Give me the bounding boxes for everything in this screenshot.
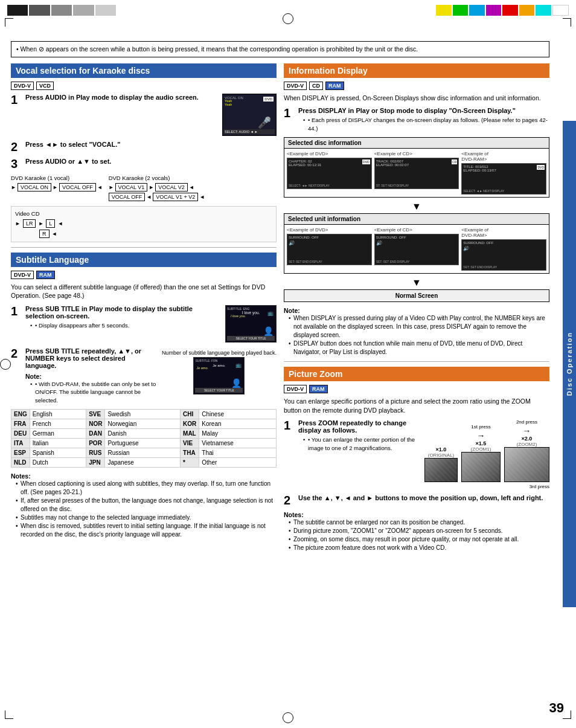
subtitle-thought2: Je amo.	[196, 366, 208, 370]
lang-name-dutch: Dutch	[30, 457, 86, 467]
top-color-bars	[7, 5, 569, 16]
color-block-4	[73, 5, 94, 16]
zoom-notes: Notes: The subtitle cannot be enlarged n…	[284, 511, 549, 552]
lang-code-por: POR	[86, 438, 105, 448]
zoom1-image	[424, 458, 458, 482]
info-display-intro: When DISPLAY is pressed, On-Screen Displ…	[284, 94, 549, 103]
vocal-badge-row: DVD-V VCD	[11, 82, 277, 90]
lang-code-eng: ENG	[11, 409, 30, 419]
zoom-step1: 1 Press ZOOM repeatedly to change displa…	[284, 419, 549, 489]
corner-bl	[5, 710, 13, 719]
zoom-badge-dvdv: DVD-V	[284, 385, 307, 393]
disc-ex-dvd: <Example of DVD> CHAPTER: 02 ELAPSED: 00…	[287, 151, 372, 189]
lang-name-russian: Russian	[105, 448, 181, 457]
lang-name-thai: Thai	[199, 448, 277, 457]
vocal-step3: 3 Press AUDIO or ▲▼ to set.	[11, 158, 277, 170]
unit-cd-bottom: SET: SET END:DISPLAY	[376, 260, 458, 263]
side-tab-container: Disc Operation	[563, 121, 576, 607]
zoom-step2: 2 Use the ▲, ▼, ◄ and ► buttons to move …	[284, 494, 549, 506]
vocal-off-btn: VOCAL OFF	[59, 183, 96, 192]
vcd-lr-btn: LR	[23, 219, 36, 228]
info-note-2: DISPLAY button does not function while m…	[289, 340, 549, 356]
lang-name-german: German	[30, 428, 86, 438]
subtitle-step2: 2 Press SUB TITLE repeatedly, ▲▼, or NUM…	[11, 347, 277, 404]
disc-ex-dvdram-label: <Example ofDVD-RAM>	[461, 151, 546, 162]
zoom-step1-text: Press ZOOM repeatedly to change display …	[298, 419, 420, 452]
subtitle-number-label: Number of subtitle language being played…	[162, 350, 277, 357]
disc-ex-cd-label: <Example of CD>	[374, 151, 459, 156]
zoom-note-2: During picture zoom, "ZOOM1" or "ZOOM2" …	[289, 527, 549, 535]
subtitle-footer-note-1: When closed captioning is used along wit…	[16, 480, 277, 497]
lang-code-mal: MAL	[181, 428, 199, 438]
two-column-layout: Vocal selection for Karaoke discs DVD-V …	[11, 63, 549, 553]
zoom-step1-bold: Press ZOOM repeatedly to change display …	[298, 419, 406, 434]
subtitle-footer-note-4: When disc is removed, subtitles revert t…	[16, 522, 277, 539]
color-block-blue	[469, 5, 485, 16]
selected-disc-box: Selected disc information <Example of DV…	[284, 137, 549, 198]
unit-ex-dvdram-label: <Example ofDVD-RAM>	[461, 227, 546, 238]
subtitle-footer-notes-title: Notes:	[11, 472, 277, 480]
zoom-step1-layout: Press ZOOM repeatedly to change display …	[298, 419, 549, 489]
zoom-1to2: 1st press → ×1.5 (ZOOM1)	[461, 424, 501, 482]
vcd-rows: ► LR ► L ◄ R ◄	[15, 219, 272, 238]
vocal-step2-text: Press ◄► to select "VOCAL."	[25, 141, 121, 148]
info-display-title: Information Display	[289, 66, 368, 76]
vocal-step2-content: Press ◄► to select "VOCAL."	[25, 141, 277, 148]
color-block-5	[95, 5, 116, 16]
color-block-white	[552, 5, 569, 16]
corner-tr	[563, 18, 571, 27]
unit-dvd-line1: SURROUND: OFF	[289, 236, 370, 239]
disc-cd-logo: CD	[452, 159, 457, 164]
vcd-r-btn: R	[39, 230, 50, 238]
zoom-intro: You can enlarge specific portions of a p…	[284, 397, 549, 414]
vocal-step3-text: Press AUDIO or ▲▼ to set.	[25, 158, 111, 165]
lang-name-norwegian: Norwegian	[105, 419, 181, 428]
circle-left	[0, 359, 11, 370]
subtitle-screen1: SUBTITLE: ENG I love you. 📺 👤 I love you…	[225, 305, 277, 343]
info-note-title: Note:	[284, 307, 549, 314]
top-bar-left	[7, 5, 116, 16]
info-display-badge-row: DVD-V CD RAM	[284, 82, 549, 90]
info-step1-num: 1	[284, 107, 293, 119]
zoom-step1-num: 1	[284, 419, 293, 431]
person-icon-vocal: 🎤	[258, 116, 271, 129]
disc-cd-screen: TRACK: 002/007 ELAPSED: 00:02:07 CD ST: …	[374, 158, 459, 189]
vocal-v2-btn: VOCAL V2	[155, 183, 188, 192]
vocal-step3-content: Press AUDIO or ▲▼ to set.	[25, 158, 277, 165]
info-step1-bold: Press DISPLAY in Play or Stop mode to di…	[298, 107, 516, 114]
subtitle-step2-note-area: Note: • With DVD-RAM, the subtitle can o…	[25, 373, 158, 404]
disc-cd-bottom: ST: SET NEXT:DISPLAY	[376, 184, 458, 187]
zoom-arrow-2: →	[523, 426, 531, 436]
unit-ex-cd: <Example of CD> SURROUND: OFF 🔊 SET: SET…	[374, 227, 459, 265]
zoom1-sub: (ORIGINAL)	[424, 453, 458, 458]
dvd-2vocal-row1: ► VOCAL V1 ► VOCAL V2 ◄	[109, 183, 205, 192]
circle-bottom	[283, 712, 293, 723]
lang-name-chinese: Chinese	[199, 409, 277, 419]
subtitle-step2-content: Press SUB TITLE repeatedly, ▲▼, or NUMBE…	[25, 347, 277, 404]
zoom-step1-note: • You can enlarge the center portion of …	[303, 436, 420, 452]
lang-code-ita: ITA	[11, 438, 30, 448]
lang-name-japanese: Japanese	[105, 457, 181, 467]
subtitle-step2-with-image: Press SUB TITLE repeatedly, ▲▼, or NUMBE…	[25, 347, 277, 404]
unit-examples-row: <Example of DVD> SURROUND: OFF 🔊 SET: SE…	[284, 225, 549, 273]
zoom-item-15x: ×1.5 (ZOOM1)	[461, 440, 501, 482]
subtitle-step1-num: 1	[11, 305, 21, 317]
subtitle-badge-dvdv: DVD-V	[11, 271, 34, 279]
lang-code-sve: SVE	[86, 409, 105, 419]
lang-row-5: ESP Spanish RUS Russian THA Thai	[11, 448, 277, 457]
vcd-row2: R ◄	[39, 230, 272, 238]
subtitle-section-header: Subtitle Language	[11, 253, 277, 267]
subtitle-step2-note-title: Note:	[25, 373, 158, 380]
zoom-press2-label: 2nd press	[516, 419, 537, 425]
lang-name-danish: Danish	[105, 428, 181, 438]
info-badge-dvdv: DVD-V	[284, 82, 307, 90]
subtitle-footer-notes: Notes: When closed captioning is used al…	[11, 472, 277, 539]
dvd-icon-vocal: DVD	[263, 97, 274, 101]
lang-code-vie: VIE	[181, 438, 199, 448]
disc-ex-dvd-label: <Example of DVD>	[287, 151, 372, 156]
zoom-step1-content: Press ZOOM repeatedly to change display …	[298, 419, 549, 489]
zoom3-sub: (ZOOM2)	[504, 442, 549, 447]
lang-row-4: ITA Italian POR Portuguese VIE Vietnames…	[11, 438, 277, 448]
subtitle-footer-note-2: If, after several presses of the button,…	[16, 497, 277, 514]
unit-dvdram-bottom: SET: SET END:DISPLAY	[463, 265, 545, 269]
